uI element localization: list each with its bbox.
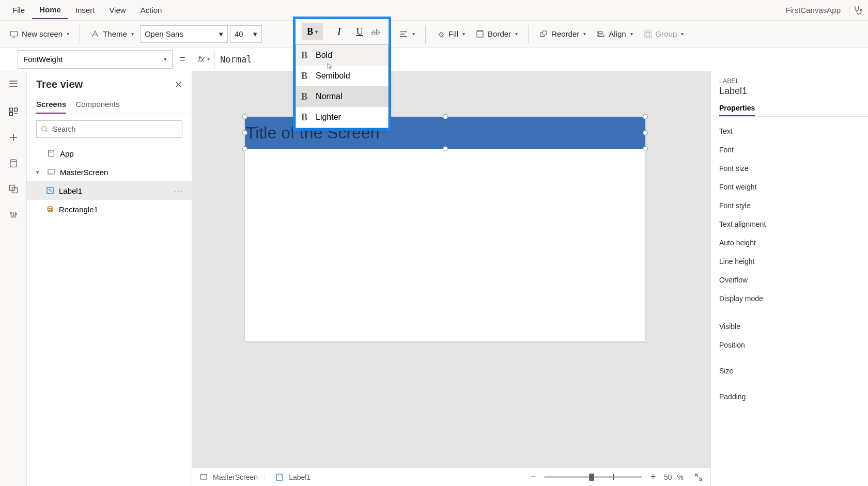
tree-item-screen[interactable]: ▾ MasterScreen xyxy=(27,163,192,181)
svg-point-34 xyxy=(42,126,47,131)
svg-rect-36 xyxy=(49,150,54,156)
prop-text-alignment[interactable]: Text alignment xyxy=(719,215,868,233)
more-icon[interactable]: ··· xyxy=(174,186,183,195)
menu-insert[interactable]: Insert xyxy=(68,2,102,19)
text-align-button[interactable]: ▾ xyxy=(395,26,419,42)
svg-rect-19 xyxy=(9,108,12,111)
tree-search-input[interactable]: Search xyxy=(36,120,182,138)
prop-font-weight[interactable]: Font weight xyxy=(719,178,868,196)
zoom-out-button[interactable]: − xyxy=(528,472,539,483)
advanced-rail-icon[interactable] xyxy=(7,209,20,221)
svg-point-32 xyxy=(12,216,14,217)
zoom-slider[interactable] xyxy=(544,476,642,478)
prop-overflow[interactable]: Overflow xyxy=(719,271,868,289)
chevron-down-icon[interactable]: ▾ xyxy=(36,169,42,176)
prop-size[interactable]: Size xyxy=(719,362,868,380)
tree-view-rail-icon[interactable] xyxy=(7,105,20,118)
strikethrough-button[interactable]: ab xyxy=(371,27,380,36)
prop-font[interactable]: Font xyxy=(719,140,868,159)
ribbon-toolbar: New screen▾ Theme▾ Open Sans▾ 40▾ A ▾ ▾ … xyxy=(0,21,868,48)
svg-rect-1 xyxy=(10,31,18,36)
font-weight-dropdown-highlight: B ▾ I U ab BBold BSemibold BNormal BLigh… xyxy=(293,17,391,131)
prop-font-size[interactable]: Font size xyxy=(719,159,868,178)
tree-item-label1[interactable]: Label1 ··· xyxy=(27,181,192,200)
screen-icon xyxy=(199,473,208,481)
italic-button[interactable]: I xyxy=(331,24,347,40)
prop-display-mode[interactable]: Display mode xyxy=(719,289,868,308)
insert-rail-icon[interactable] xyxy=(7,131,20,144)
canvas-screen[interactable]: Title of the Screen xyxy=(245,117,645,341)
canvas-area[interactable]: Title of the Screen MasterScreen 〉 Label… xyxy=(192,71,710,486)
breadcrumb-separator-icon: 〉 xyxy=(263,473,270,482)
rectangle-icon xyxy=(45,205,55,214)
svg-rect-42 xyxy=(200,474,207,479)
zoom-value: 50 xyxy=(664,473,672,481)
prop-line-height[interactable]: Line height xyxy=(719,252,868,271)
align-button[interactable]: Align▾ xyxy=(592,26,637,42)
theme-button[interactable]: Theme▾ xyxy=(86,26,138,42)
group-button: Group▾ xyxy=(639,26,688,42)
menu-file[interactable]: File xyxy=(5,2,32,19)
weight-option-semibold[interactable]: BSemibold xyxy=(296,66,388,86)
svg-rect-10 xyxy=(543,31,547,35)
font-weight-menu: BBold BSemibold BNormal BLighter xyxy=(296,44,389,128)
close-icon[interactable]: ✕ xyxy=(175,79,182,90)
svg-point-40 xyxy=(48,207,53,212)
fill-button[interactable]: Fill▾ xyxy=(432,26,469,42)
media-rail-icon[interactable] xyxy=(7,183,20,195)
data-rail-icon[interactable] xyxy=(7,157,20,169)
reorder-icon xyxy=(539,29,548,39)
weight-option-normal[interactable]: BNormal xyxy=(296,86,388,107)
zoom-percent: % xyxy=(677,473,684,481)
breadcrumb-control[interactable]: Label1 xyxy=(289,473,311,481)
svg-point-31 xyxy=(10,213,12,214)
reorder-button[interactable]: Reorder▾ xyxy=(535,26,590,42)
formula-bar: FontWeight▾ = fx▾ xyxy=(0,48,868,71)
svg-rect-7 xyxy=(477,31,483,37)
group-icon xyxy=(643,29,653,39)
control-type-label: LABEL xyxy=(719,77,868,85)
border-button[interactable]: Border▾ xyxy=(471,26,522,42)
tab-components[interactable]: Components xyxy=(75,96,119,114)
svg-line-35 xyxy=(45,130,47,132)
prop-visible[interactable]: Visible xyxy=(719,317,868,336)
menu-home[interactable]: Home xyxy=(32,1,68,19)
svg-rect-20 xyxy=(9,113,12,116)
tab-properties[interactable]: Properties xyxy=(719,101,755,116)
app-checker-icon[interactable] xyxy=(853,5,863,15)
tab-screens[interactable]: Screens xyxy=(36,96,66,114)
weight-option-lighter[interactable]: BLighter xyxy=(296,107,388,128)
fx-button[interactable]: fx▾ xyxy=(193,50,215,69)
bold-button[interactable]: B ▾ xyxy=(302,23,323,40)
canvas-status-bar: MasterScreen 〉 Label1 − + 50 % xyxy=(192,467,710,486)
svg-rect-15 xyxy=(646,32,650,36)
property-selector[interactable]: FontWeight▾ xyxy=(18,50,173,69)
align-left-icon xyxy=(399,29,408,39)
prop-padding[interactable]: Padding xyxy=(719,387,868,406)
menu-action[interactable]: Action xyxy=(133,2,169,19)
hamburger-icon[interactable] xyxy=(7,77,20,90)
svg-point-0 xyxy=(860,9,862,11)
menu-view[interactable]: View xyxy=(102,2,133,19)
tree-item-rectangle1[interactable]: Rectangle1 xyxy=(27,200,192,218)
new-screen-button[interactable]: New screen▾ xyxy=(5,26,73,42)
font-size-select[interactable]: 40▾ xyxy=(230,25,262,43)
breadcrumb-screen[interactable]: MasterScreen xyxy=(213,473,258,481)
fit-to-screen-icon[interactable] xyxy=(694,473,703,482)
theme-icon xyxy=(90,29,100,39)
tree-item-app[interactable]: App xyxy=(27,144,192,163)
font-family-select[interactable]: Open Sans▾ xyxy=(140,25,228,43)
weight-option-bold[interactable]: BBold xyxy=(296,45,388,66)
prop-auto-height[interactable]: Auto height xyxy=(719,233,868,252)
screen-icon xyxy=(47,167,56,177)
svg-rect-14 xyxy=(644,30,652,38)
prop-text[interactable]: Text xyxy=(719,122,868,140)
control-name[interactable]: Label1 xyxy=(719,86,868,97)
zoom-in-button[interactable]: + xyxy=(647,472,659,483)
properties-panel: LABEL Label1 Properties Text Font Font s… xyxy=(710,71,868,486)
tree-tabs: Screens Components xyxy=(27,92,192,114)
prop-font-style[interactable]: Font style xyxy=(719,196,868,215)
screen-icon xyxy=(9,29,19,39)
prop-position[interactable]: Position xyxy=(719,336,868,354)
underline-button[interactable]: U xyxy=(351,24,368,39)
